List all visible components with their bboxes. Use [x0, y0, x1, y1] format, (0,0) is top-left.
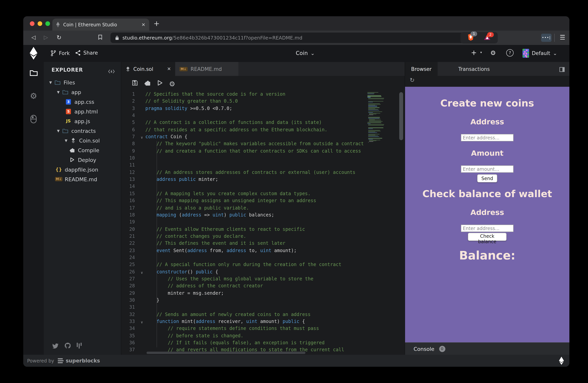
code-line[interactable]: 15 // A mapping lets you create complex … [121, 191, 405, 198]
zoom-window-button[interactable] [45, 21, 50, 26]
tree-item-app-css[interactable]: 3app.css [44, 97, 121, 107]
fork-button[interactable]: Fork [50, 50, 70, 57]
horizontal-scrollbar[interactable] [147, 352, 305, 354]
tree-item-deploy[interactable]: Deploy [44, 155, 121, 165]
caret-down-icon[interactable]: ▼ [65, 138, 70, 142]
tab-transactions[interactable]: Transactions [438, 62, 510, 76]
code-line[interactable]: 18 mapping (address => uint) public bala… [121, 212, 405, 219]
twitter-icon[interactable] [52, 343, 59, 350]
vertical-scrollbar[interactable] [399, 92, 403, 140]
superblocks-label[interactable]: superblocks [66, 358, 100, 364]
tree-item-compile[interactable]: Compile [44, 145, 121, 155]
save-icon[interactable] [132, 80, 138, 88]
files-panel-icon[interactable] [23, 69, 44, 78]
console-bar[interactable]: Console 0 [405, 342, 569, 355]
code-line[interactable]: 9 // and creates a function that other c… [121, 148, 405, 155]
code-line[interactable]: 8 // The keyword "public" makes variable… [121, 141, 405, 148]
github-icon[interactable] [65, 343, 71, 350]
tree-item-dappfile-json[interactable]: {}dappfile.json [44, 165, 121, 174]
settings-button[interactable]: ⚙ [490, 49, 496, 57]
back-icon[interactable]: ◁ [31, 34, 36, 40]
new-project-button[interactable]: + ▾ [471, 48, 482, 57]
address-bar[interactable]: studio.ethereum.org/5e86e4b326b473001234… [110, 33, 467, 43]
interact-panel-icon[interactable] [23, 115, 44, 125]
tree-item-app-js[interactable]: JSapp.js [44, 116, 121, 126]
brave-shield-icon[interactable]: 1 [468, 33, 474, 42]
ethereum-logo[interactable] [29, 47, 38, 60]
account-selector[interactable]: Default ⌄ [523, 49, 557, 58]
refresh-icon[interactable]: ↻ [410, 77, 415, 84]
code-line[interactable]: 6// that resides at a specific address o… [121, 127, 405, 134]
address-input[interactable] [461, 134, 514, 141]
code-line[interactable]: 30 } [121, 297, 405, 305]
code-line[interactable]: 35 // before state is changed. [121, 333, 405, 340]
browser-menu-icon[interactable]: ☰ [560, 34, 565, 41]
code-line[interactable]: 24 [121, 255, 405, 262]
code-line[interactable]: 13 address public minter; [121, 177, 405, 184]
run-icon[interactable] [157, 80, 163, 88]
code-line[interactable]: 12 // An address stores addresses of con… [121, 170, 405, 177]
code-line[interactable]: 32 // Sends an amount of newly created c… [121, 311, 405, 319]
fold-icon[interactable]: ∨ [138, 269, 145, 276]
tree-item-readme-md[interactable]: M↓README.md [44, 174, 121, 184]
project-selector[interactable]: Coin ⌄ [296, 50, 315, 56]
tree-item-app-html[interactable]: 5app.html [44, 107, 121, 116]
check-balance-button[interactable]: Check balance [468, 233, 507, 241]
minimize-window-button[interactable] [38, 21, 42, 26]
close-tab-icon[interactable]: ✕ [142, 22, 145, 27]
tree-item-app[interactable]: ▼app [44, 87, 121, 97]
code-line[interactable]: 29 minter = msg.sender; [121, 290, 405, 297]
code-line[interactable]: 10 [121, 155, 405, 162]
code-line[interactable]: 5// A contract is a collection of functi… [121, 120, 405, 127]
code-line[interactable]: 19 [121, 219, 405, 226]
tree-item-files[interactable]: ▼Files [44, 77, 121, 87]
code-line[interactable]: 33∨ function mint(address receiver, uint… [121, 319, 405, 326]
code-line[interactable]: 11 [121, 162, 405, 170]
caret-down-icon[interactable]: ▼ [57, 90, 62, 94]
reload-icon[interactable]: ↻ [57, 34, 62, 41]
code-line[interactable]: 1// Specifies that the source code is fo… [121, 91, 405, 98]
code-line[interactable]: 22 // This defines the event and it is s… [121, 241, 405, 248]
balance-address-input[interactable] [461, 225, 514, 232]
code-line[interactable]: 16 // This mapping assigns an unsigned i… [121, 198, 405, 205]
tree-item-coin-sol[interactable]: ▼Coin.sol [44, 135, 121, 145]
split-panel-icon[interactable] [559, 66, 565, 74]
fold-icon[interactable]: ∨ [138, 319, 145, 326]
code-line[interactable]: 34 // require statements define conditio… [121, 326, 405, 333]
tree-item-contracts[interactable]: ▼contracts [44, 126, 121, 135]
fold-icon[interactable]: ∨ [138, 134, 145, 141]
compile-icon[interactable] [144, 80, 151, 88]
tab-browser[interactable]: Browser [405, 62, 438, 76]
pop-out-code-icon[interactable] [108, 68, 115, 75]
code-line[interactable]: 28 // address of the contract creator [121, 283, 405, 290]
code-line[interactable]: 27 // Uses the special msg global variab… [121, 276, 405, 283]
share-button[interactable]: Share [75, 50, 98, 56]
code-line[interactable]: 4 [121, 113, 405, 120]
code-line[interactable]: 7∨contract Coin { [121, 134, 405, 141]
settings-panel-icon[interactable]: ⚙ [23, 91, 44, 101]
brave-rewards-icon[interactable]: 2 [484, 34, 491, 42]
code-area[interactable]: 1// Specifies that the source code is fo… [121, 91, 405, 355]
code-line[interactable]: 31 [121, 305, 405, 312]
gear-icon[interactable]: ⚙ [169, 79, 175, 88]
help-button[interactable]: ? [506, 49, 514, 57]
send-button[interactable]: Send [477, 174, 497, 182]
code-line[interactable]: 23 event Sent(address from, address to, … [121, 248, 405, 255]
code-line[interactable]: 21 // contract changes you declare. [121, 233, 405, 241]
minimap[interactable] [367, 92, 396, 143]
code-line[interactable]: 20 // Events allow Ethereum clients to r… [121, 226, 405, 233]
editor-tab-readme-md[interactable]: M↓ README.md [175, 62, 238, 76]
bookmark-icon[interactable] [98, 35, 102, 41]
new-tab-button[interactable]: + [153, 19, 160, 27]
forward-icon[interactable]: ▷ [44, 34, 48, 40]
editor-tab-coin-sol[interactable]: Coin.sol ✕ [121, 62, 175, 76]
code-line[interactable]: 2// of Solidity greater than 0.5.0 [121, 98, 405, 106]
amount-input[interactable] [461, 165, 514, 173]
browser-tab[interactable]: Coin | Ethereum Studio ✕ [52, 19, 149, 31]
code-line[interactable]: 3pragma solidity >=0.5.0 <0.7.0; [121, 106, 405, 113]
caret-down-icon[interactable]: ▼ [57, 129, 62, 133]
glitch-icon[interactable] [77, 342, 82, 350]
code-line[interactable]: 26∨ constructor() public { [121, 269, 405, 276]
close-tab-icon[interactable]: ✕ [167, 66, 171, 72]
code-line[interactable]: 17 // and is also a public variable. [121, 205, 405, 212]
